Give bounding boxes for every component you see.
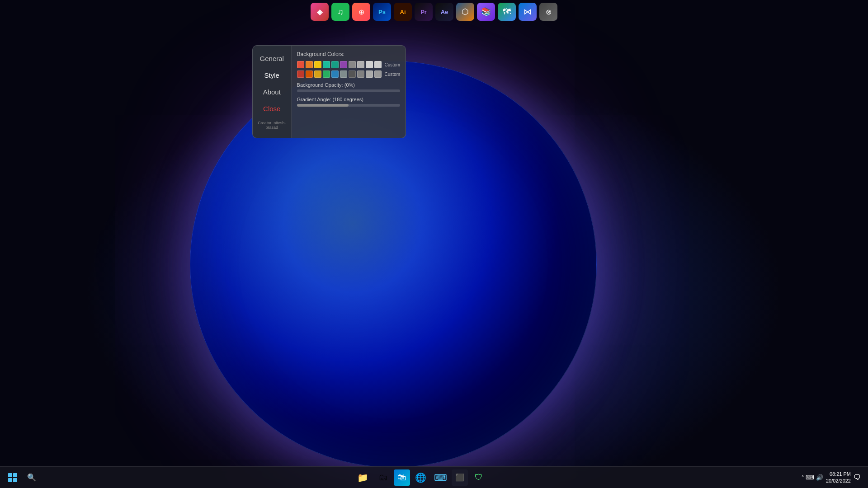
- color-row-1: Custom: [297, 61, 400, 68]
- taskbar-store[interactable]: 🛍: [394, 469, 410, 486]
- nav-close[interactable]: Close: [253, 100, 291, 117]
- date-display: 20/02/2022: [826, 478, 851, 484]
- color-swatch-r2-6[interactable]: [340, 70, 347, 78]
- taskbar-security[interactable]: 🛡: [470, 469, 488, 487]
- color-swatch-r2-5[interactable]: [331, 70, 339, 78]
- color-swatch-r2-8[interactable]: [357, 70, 364, 78]
- nav-general[interactable]: General: [253, 50, 291, 67]
- taskbar-explorer[interactable]: 🗂: [374, 469, 392, 487]
- taskbar-terminal[interactable]: ⬛: [452, 469, 468, 486]
- color-swatch-r1-2[interactable]: [306, 61, 313, 68]
- dock-app-vscode[interactable]: ⋈: [519, 3, 537, 21]
- taskbar-files[interactable]: 📁: [354, 469, 372, 487]
- taskbar-browser[interactable]: 🌐: [412, 469, 430, 487]
- color-swatch-r2-9[interactable]: [366, 70, 373, 78]
- windows-logo: [8, 473, 17, 482]
- color-swatch-r2-4[interactable]: [323, 70, 330, 78]
- gradient-fill: [297, 104, 349, 107]
- dock-app-linear[interactable]: ◈: [311, 3, 329, 21]
- color-swatch-r2-7[interactable]: [349, 70, 356, 78]
- settings-sidebar: General Style About Close Creator: nites…: [253, 46, 292, 138]
- dock-app-maps[interactable]: 🗺: [498, 3, 516, 21]
- color-swatch-r1-9[interactable]: [366, 61, 373, 68]
- tray-volume-icon[interactable]: 🔊: [816, 474, 823, 481]
- search-icon: 🔍: [27, 473, 36, 482]
- nav-style[interactable]: Style: [253, 67, 291, 84]
- custom-label-1: Custom: [385, 62, 400, 67]
- color-swatch-r2-2[interactable]: [306, 70, 313, 78]
- time-display: 08:21 PM: [826, 471, 851, 477]
- color-swatch-r1-6[interactable]: [340, 61, 347, 68]
- opacity-slider[interactable]: [297, 89, 400, 92]
- opacity-label: Background Opacity: (0%): [297, 82, 400, 88]
- tray-icons: ^ ⌨ 🔊: [802, 474, 823, 481]
- color-swatch-r2-3[interactable]: [314, 70, 321, 78]
- bg-colors-label: Background Colors:: [297, 51, 400, 57]
- color-swatch-r1-4[interactable]: [323, 61, 330, 68]
- taskbar: 🔍 📁 🗂 🛍 🌐 ⌨ ⬛ 🛡 ^ ⌨ 🔊 08:21 PM 20/02/202…: [0, 466, 868, 488]
- tray-keyboard-icon: ⌨: [806, 474, 814, 481]
- top-dock: ◈ ♫ ⊕ Ps Ai Pr Ae ⬡ 📚 🗺 ⋈ ⊗: [0, 0, 868, 23]
- color-swatch-r2-1[interactable]: [297, 70, 304, 78]
- system-tray: ^ ⌨ 🔊 08:21 PM 20/02/2022 🗨: [802, 471, 861, 484]
- color-swatch-r1-7[interactable]: [349, 61, 356, 68]
- gradient-slider[interactable]: [297, 104, 400, 107]
- color-row-2: Custom: [297, 70, 400, 78]
- dock-app-premiere[interactable]: Pr: [415, 3, 433, 21]
- custom-label-2: Custom: [385, 72, 400, 77]
- search-button[interactable]: 🔍: [24, 469, 40, 487]
- settings-panel: General Style About Close Creator: nites…: [252, 45, 406, 138]
- dock-app-aftereffects[interactable]: Ae: [435, 3, 453, 21]
- nav-about[interactable]: About: [253, 84, 291, 100]
- settings-content: Background Colors: Custom: [292, 46, 406, 138]
- color-swatch-r1-5[interactable]: [331, 61, 339, 68]
- dock-app-network[interactable]: ⊗: [539, 3, 557, 21]
- dock-app-spotify[interactable]: ♫: [331, 3, 349, 21]
- creator-text: Creator: nitesh-prasad: [253, 117, 291, 133]
- datetime-display: 08:21 PM 20/02/2022: [826, 471, 851, 484]
- taskbar-center: 📁 🗂 🛍 🌐 ⌨ ⬛ 🛡: [40, 469, 802, 487]
- dock-app-photoshop[interactable]: Ps: [373, 3, 391, 21]
- notification-icon[interactable]: 🗨: [854, 474, 861, 482]
- color-swatch-r1-3[interactable]: [314, 61, 321, 68]
- dock-app-books[interactable]: 📚: [477, 3, 495, 21]
- taskbar-right: ^ ⌨ 🔊 08:21 PM 20/02/2022 🗨: [802, 471, 868, 484]
- color-swatch-r1-8[interactable]: [357, 61, 364, 68]
- dock-app-creativit[interactable]: ⊕: [352, 3, 370, 21]
- dock-app-illustrator[interactable]: Ai: [394, 3, 412, 21]
- custom-swatch-1[interactable]: [374, 61, 382, 68]
- gradient-label: Gradient Angle: (180 degrees): [297, 97, 400, 102]
- custom-swatch-2[interactable]: [374, 70, 382, 78]
- tray-expand-icon[interactable]: ^: [802, 475, 804, 480]
- taskbar-vscode[interactable]: ⌨: [432, 469, 450, 487]
- dock-app-blender[interactable]: ⬡: [456, 3, 474, 21]
- start-button[interactable]: [4, 469, 22, 487]
- taskbar-left: 🔍: [0, 469, 40, 487]
- color-swatch-r1-1[interactable]: [297, 61, 304, 68]
